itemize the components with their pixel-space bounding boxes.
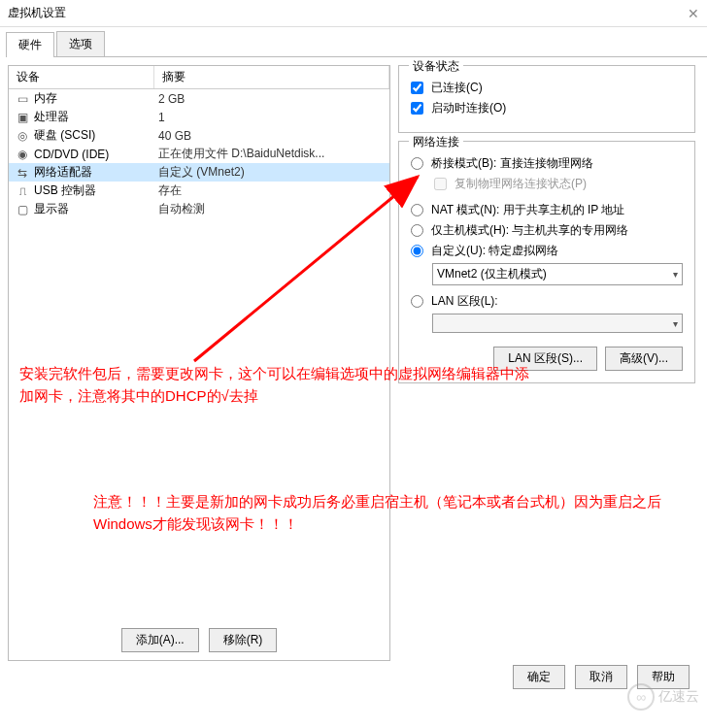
cancel-button[interactable]: 取消 (575, 665, 627, 689)
header-summary: 摘要 (154, 66, 389, 88)
connect-at-poweron-row[interactable]: 启动时连接(O) (411, 100, 683, 116)
replicate-physical-checkbox (434, 178, 447, 190)
replicate-physical-row: 复制物理网络连接状态(P) (434, 176, 683, 192)
custom-label: 自定义(U): 特定虚拟网络 (431, 243, 558, 259)
network-group-title: 网络连接 (409, 134, 463, 150)
hardware-summary: 40 GB (158, 129, 191, 143)
chevron-down-icon: ▾ (673, 318, 678, 329)
tab-options[interactable]: 选项 (56, 31, 105, 56)
hardware-table-header: 设备 摘要 (9, 66, 389, 89)
lan-segment-select: ▾ (432, 314, 683, 333)
cd-icon: ◉ (15, 147, 30, 162)
connected-checkbox[interactable] (411, 82, 423, 94)
hardware-row[interactable]: ◎硬盘 (SCSI)40 GB (9, 126, 389, 145)
hardware-row[interactable]: ▭内存2 GB (9, 89, 389, 108)
vmnet-select-value: VMnet2 (仅主机模式) (437, 266, 547, 282)
custom-radio-row[interactable]: 自定义(U): 特定虚拟网络 (411, 243, 683, 259)
usb-icon: ⎍ (15, 183, 30, 199)
hardware-summary: 自定义 (VMnet2) (158, 164, 245, 181)
hardware-panel: 设备 摘要 ▭内存2 GB▣处理器1◎硬盘 (SCSI)40 GB◉CD/DVD… (8, 65, 390, 661)
hardware-row[interactable]: ⇆网络适配器自定义 (VMnet2) (9, 163, 389, 182)
chevron-down-icon: ▾ (673, 269, 678, 280)
network-connection-group: 网络连接 桥接模式(B): 直接连接物理网络 复制物理网络连接状态(P) NAT… (398, 141, 695, 383)
header-device: 设备 (9, 66, 154, 88)
add-hardware-button[interactable]: 添加(A)... (121, 628, 199, 652)
hostonly-radio[interactable] (411, 224, 423, 237)
nat-label: NAT 模式(N): 用于共享主机的 IP 地址 (431, 202, 624, 218)
hardware-row[interactable]: ⎍USB 控制器存在 (9, 182, 389, 200)
hardware-name: 处理器 (34, 109, 158, 125)
hardware-summary: 1 (158, 111, 165, 124)
advanced-button[interactable]: 高级(V)... (605, 347, 683, 371)
hardware-name: 硬盘 (SCSI) (34, 127, 158, 144)
hardware-summary: 正在使用文件 D:\BaiduNetdisk... (158, 146, 324, 162)
vmnet-select[interactable]: VMnet2 (仅主机模式) ▾ (432, 263, 683, 285)
hardware-summary: 存在 (158, 182, 182, 199)
nat-radio[interactable] (411, 204, 423, 216)
device-status-group: 设备状态 已连接(C) 启动时连接(O) (398, 65, 695, 133)
window-title: 虚拟机设置 (8, 5, 66, 21)
cpu-icon: ▣ (15, 110, 30, 125)
device-status-title: 设备状态 (409, 58, 463, 75)
hardware-row[interactable]: ▣处理器1 (9, 108, 389, 126)
custom-radio[interactable] (411, 245, 423, 257)
hardware-row[interactable]: ▢显示器自动检测 (9, 200, 389, 218)
lan-segment-radio-row[interactable]: LAN 区段(L): (411, 293, 683, 310)
remove-hardware-button[interactable]: 移除(R) (209, 628, 278, 652)
replicate-physical-label: 复制物理网络连接状态(P) (454, 176, 587, 192)
hardware-name: CD/DVD (IDE) (34, 148, 158, 161)
disk-icon: ◎ (15, 128, 30, 144)
ok-button[interactable]: 确定 (513, 665, 565, 689)
memory-icon: ▭ (15, 91, 30, 107)
hardware-name: 内存 (34, 90, 158, 107)
hardware-buttons: 添加(A)... 移除(R) (9, 620, 389, 660)
watermark-text: 亿速云 (658, 688, 699, 706)
tab-strip: 硬件 选项 (6, 31, 707, 57)
nat-radio-row[interactable]: NAT 模式(N): 用于共享主机的 IP 地址 (411, 202, 683, 218)
connect-at-poweron-label: 启动时连接(O) (431, 100, 506, 116)
hardware-row[interactable]: ◉CD/DVD (IDE)正在使用文件 D:\BaiduNetdisk... (9, 145, 389, 163)
hardware-list: ▭内存2 GB▣处理器1◎硬盘 (SCSI)40 GB◉CD/DVD (IDE)… (9, 89, 389, 620)
bridged-radio[interactable] (411, 157, 423, 170)
hardware-name: 网络适配器 (34, 164, 158, 181)
network-icon: ⇆ (15, 165, 30, 181)
bridged-label: 桥接模式(B): 直接连接物理网络 (431, 155, 593, 172)
bridged-radio-row[interactable]: 桥接模式(B): 直接连接物理网络 (411, 155, 683, 172)
display-icon: ▢ (15, 202, 30, 217)
tab-hardware[interactable]: 硬件 (6, 32, 54, 57)
connected-checkbox-row[interactable]: 已连接(C) (411, 80, 683, 96)
content-area: 设备 摘要 ▭内存2 GB▣处理器1◎硬盘 (SCSI)40 GB◉CD/DVD… (0, 57, 707, 669)
lan-segment-label: LAN 区段(L): (431, 293, 498, 310)
close-icon[interactable]: ✕ (688, 6, 699, 21)
watermark-icon: ∞ (627, 683, 655, 711)
settings-panel: 设备状态 已连接(C) 启动时连接(O) 网络连接 桥接模式(B): 直接连接物… (398, 65, 699, 661)
lan-segments-button[interactable]: LAN 区段(S)... (493, 347, 597, 371)
hardware-summary: 自动检测 (158, 201, 205, 217)
connect-at-poweron-checkbox[interactable] (411, 102, 423, 115)
hostonly-radio-row[interactable]: 仅主机模式(H): 与主机共享的专用网络 (411, 222, 683, 239)
hardware-name: 显示器 (34, 201, 158, 217)
titlebar: 虚拟机设置 ✕ (0, 0, 707, 27)
hostonly-label: 仅主机模式(H): 与主机共享的专用网络 (431, 222, 628, 239)
connected-label: 已连接(C) (431, 80, 483, 96)
network-extra-buttons: LAN 区段(S)... 高级(V)... (411, 347, 683, 371)
watermark: ∞ 亿速云 (627, 683, 699, 711)
hardware-summary: 2 GB (158, 92, 185, 106)
lan-segment-radio[interactable] (411, 295, 423, 308)
hardware-name: USB 控制器 (34, 182, 158, 199)
